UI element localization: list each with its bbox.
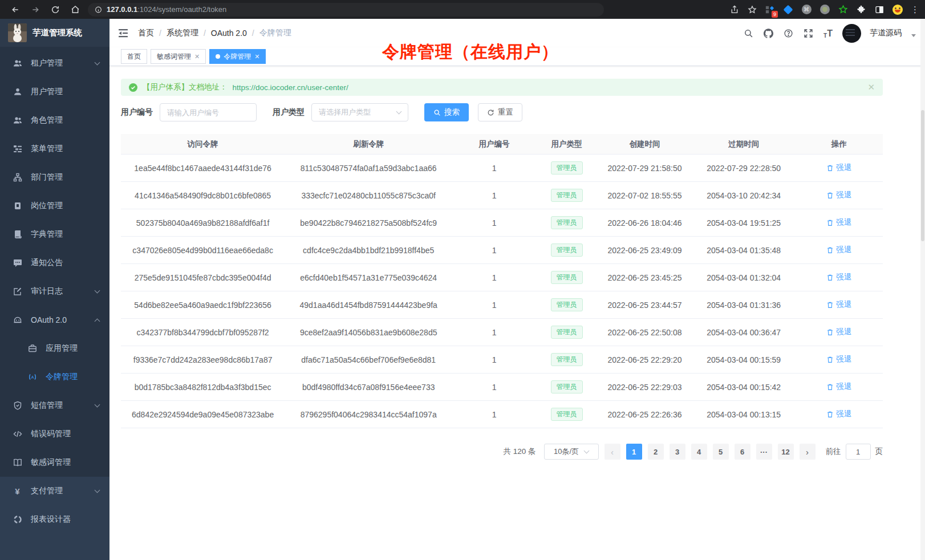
scrollbar[interactable] [920,19,925,560]
sidebar-item-role[interactable]: 角色管理 [0,106,109,135]
sidebar-item-audit[interactable]: 审计日志 [0,277,109,306]
refresh-token-cell: 333ecfc71e02480cb11055c875c3ca0f [285,191,452,200]
close-icon[interactable]: ✕ [254,53,259,60]
browser-menu-icon[interactable]: ⋮ [911,5,919,14]
next-page-button[interactable]: › [800,444,816,460]
force-logout-button[interactable]: 强退 [826,354,851,364]
extension-star-icon[interactable] [838,5,848,15]
pagination: 共 120 条 10条/页 ‹ 1 2 3 4 5 6 ··· 12 › 前往 … [121,444,883,460]
sidebar-item-user[interactable]: 用户管理 [0,78,109,106]
share-icon[interactable] [729,5,739,14]
font-size-icon[interactable]: TT [822,27,834,39]
extension-board-icon[interactable]: 9 [765,5,775,15]
breadcrumb-home[interactable]: 首页 [138,28,154,38]
force-logout-button[interactable]: 强退 [826,190,851,200]
extension-record-icon[interactable] [819,5,830,15]
bookmark-star-icon[interactable] [747,5,757,14]
page-button-5[interactable]: 5 [713,444,729,460]
navbar-tools: TT 芋道源码 [743,24,916,43]
force-logout-button[interactable]: 强退 [826,245,851,255]
site-info-icon[interactable] [95,6,102,13]
force-logout-button[interactable]: 强退 [826,163,851,173]
doc-link[interactable]: https://doc.iocoder.cn/user-center/ [233,83,348,92]
fullscreen-icon[interactable] [802,27,814,39]
more-pages-button[interactable]: ··· [756,444,772,460]
page-button-1[interactable]: 1 [626,444,642,460]
breadcrumb-oauth[interactable]: OAuth 2.0 [211,29,247,38]
sidebar-collapse-icon[interactable] [117,27,129,39]
help-icon[interactable] [782,27,794,39]
search-button[interactable]: 搜索 [424,103,469,121]
home-icon[interactable] [70,5,80,14]
force-logout-button[interactable]: 强退 [826,409,851,419]
page-button-3[interactable]: 3 [670,444,685,460]
username[interactable]: 芋道源码 [870,28,902,38]
user-menu-caret-icon[interactable] [911,34,916,37]
alert-close-icon[interactable]: ✕ [867,82,875,92]
col-user-id: 用户编号 [452,139,536,149]
url-text: 127.0.0.1:1024/system/oauth2/token [107,5,226,14]
sidebar-item-notice[interactable]: 通知公告 [0,249,109,277]
scrollbar-thumb[interactable] [921,110,924,241]
table-row: b0d1785bc3a8482f812db4a3f3bd15ec b0df498… [121,374,883,401]
extension-command-icon[interactable]: ⌘ [801,5,812,15]
sidebar-item-dept[interactable]: 部门管理 [0,163,109,192]
breadcrumb-system[interactable]: 系统管理 [167,28,198,38]
github-icon[interactable] [762,27,774,39]
refresh-token-cell: be90422b8c7946218275a508bf524fc9 [285,218,452,228]
force-logout-button[interactable]: 强退 [826,217,851,228]
sidebar-item-tenant[interactable]: 租户管理 [0,49,109,78]
force-logout-button[interactable]: 强退 [826,272,851,282]
profile-emoji-icon[interactable] [892,5,903,15]
tab-token-mgmt[interactable]: 令牌管理✕ [209,49,266,64]
col-actions: 操作 [795,139,883,149]
force-logout-button[interactable]: 强退 [826,382,851,392]
expire-time-cell: 2054-03-10 20:42:34 [692,191,795,200]
sidebar-item-dict[interactable]: 字典管理 [0,220,109,249]
page-button-12[interactable]: 12 [778,444,794,460]
tab-home[interactable]: 首页 [121,49,147,64]
sidebar-item-errorcode[interactable]: 错误码管理 [0,420,109,448]
sidebar-item-report-designer[interactable]: 报表设计器 [0,505,109,534]
page-button-4[interactable]: 4 [691,444,707,460]
goto-page-input[interactable] [846,444,871,460]
page-button-6[interactable]: 6 [735,444,750,460]
sidebar-item-pay[interactable]: ¥ 支付管理 [0,477,109,505]
sidebar-item-post[interactable]: 岗位管理 [0,192,109,220]
extension-gem-icon[interactable] [783,5,793,15]
page-size-select[interactable]: 10条/页 [544,444,599,460]
avatar[interactable] [842,24,861,43]
prev-page-button[interactable]: ‹ [605,444,620,460]
main-area: 令牌管理（在线用户） 首页 / 系统管理 / OAuth 2.0 / 令牌管理 … [109,19,925,560]
force-logout-label: 强退 [836,354,851,364]
address-bar[interactable]: 127.0.0.1:1024/system/oauth2/token [88,3,604,17]
reload-icon[interactable] [50,5,60,14]
search-icon[interactable] [743,27,754,39]
forward-icon[interactable] [30,5,40,14]
table-row: 275e5de9151045fe87cbdc395e004f4d e6cfd40… [121,264,883,291]
extension-puzzle-icon[interactable] [856,5,866,15]
reset-button[interactable]: 重置 [478,103,522,121]
sidebar-item-oauth-app[interactable]: 应用管理 [0,334,109,363]
access-token-cell: 502375b8040a469a9b82188afdf6af1f [121,218,285,228]
page-button-2[interactable]: 2 [648,444,664,460]
expire-time-cell: 2054-03-04 01:35:48 [692,246,795,255]
force-logout-button[interactable]: 强退 [826,299,851,310]
sidebar-item-oauth[interactable]: OAuth 2.0 [0,306,109,334]
user-id-input[interactable] [160,103,257,121]
user-id-cell: 1 [452,164,536,173]
sidebar-item-oauth-token[interactable]: A 令牌管理 [0,363,109,391]
sidebar-item-sensitive[interactable]: 敏感词管理 [0,448,109,477]
tab-sensitive-word[interactable]: 敏感词管理✕ [151,49,206,64]
create-time-cell: 2022-06-25 22:29:20 [597,355,692,364]
back-icon[interactable] [10,5,20,14]
force-logout-button[interactable]: 强退 [826,327,851,337]
sidebar-item-menu-mgmt[interactable]: 菜单管理 [0,135,109,163]
sidebar-item-sms[interactable]: 短信管理 [0,391,109,420]
close-icon[interactable]: ✕ [194,53,200,60]
user-type-select[interactable]: 请选择用户类型 [311,103,408,121]
access-token-cell: b0d1785bc3a8482f812db4a3f3bd15ec [121,383,285,392]
sidebar-item-label: 部门管理 [31,172,63,182]
create-time-cell: 2022-07-02 18:55:55 [597,191,692,200]
side-panel-icon[interactable] [874,5,885,15]
